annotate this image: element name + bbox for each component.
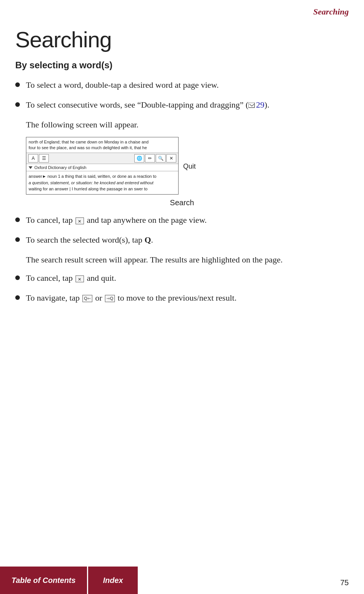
next-search-icon: ⇾Q [105,295,115,302]
list-item: To cancel, tap ✕ and tap anywhere on the… [15,214,349,226]
page-main-title: Searching [15,27,349,52]
list-item: To select consecutive words, see “Double… [15,99,349,111]
bullet-dot [15,237,20,242]
toolbar-btn-search[interactable]: 🔍 [156,154,166,163]
bullet-text: To select consecutive words, see “Double… [26,99,349,111]
bullet2-text-before: To select consecutive words, see “Double… [26,100,248,109]
bullet-dot [15,275,20,280]
table-of-contents-button[interactable]: Table of Contents [0,567,87,594]
following-screen-text: The following screen will appear. [26,119,349,131]
screen-box: north of England; that he came down on M… [26,137,179,195]
page-link[interactable]: 29 [256,100,264,109]
bullet-dot [15,295,20,300]
list-item: To navigate, tap Q⇽ or ⇾Q to move to the… [15,292,349,304]
bullet-text: To search the selected word(s), tap Q. [26,234,349,246]
search-label: Search [170,198,194,207]
list-item: To search the selected word(s), tap Q. [15,234,349,246]
prev-search-icon: Q⇽ [82,295,92,302]
bullet-list-top: To select a word, double-tap a desired w… [15,79,349,111]
screen-preview: north of England; that he came down on M… [26,137,349,195]
search-q-icon: Q [145,235,151,245]
bullet-dot [15,82,20,87]
bullet-text: To navigate, tap Q⇽ or ⇾Q to move to the… [26,292,349,304]
page-number: 75 [340,578,349,587]
toolbar-btn-globe[interactable]: 🌐 [134,154,144,163]
search-label-wrapper: Search [15,198,349,207]
index-button[interactable]: Index [88,567,138,594]
list-item: To select a word, double-tap a desired w… [15,79,349,91]
x-icon: ✕ [76,217,84,224]
bullet-text: To cancel, tap ✕ and tap anywhere on the… [26,214,349,226]
toolbar-btn-a[interactable]: A [28,154,38,163]
bullet-dot [15,217,20,222]
bullet-dot [15,102,20,107]
bullet2-text-after: ). [264,100,269,109]
quit-label: Quit [183,163,196,171]
svg-rect-0 [248,103,254,108]
screen-dict-header: Oxford Dictionary of English [26,164,178,171]
search-result-text: The search result screen will appear. Th… [26,254,349,266]
toolbar-btn-pencil[interactable]: ✏ [145,154,155,163]
bullet-text: To select a word, double-tap a desired w… [26,79,349,91]
header-section-title: Searching [313,7,349,17]
screen-toolbar: A ☰ 🌐 ✏ 🔍 ✕ [26,153,178,164]
screen-dict-body: answer► noun 1 a thing that is said, wri… [26,171,178,194]
toolbar-btn-list[interactable]: ☰ [39,154,49,163]
bottom-bar: Table of Contents Index [0,567,364,594]
triangle-down-icon [29,166,32,169]
bullet-text: To cancel, tap ✕ and quit. [26,272,349,284]
bullet-list-mid: To cancel, tap ✕ and tap anywhere on the… [15,214,349,246]
screen-top-text: north of England; that he came down on M… [26,137,178,153]
x-icon-2: ✕ [76,275,84,282]
list-item: To cancel, tap ✕ and quit. [15,272,349,284]
toolbar-btn-close[interactable]: ✕ [166,154,176,163]
bullet-list-bottom: To cancel, tap ✕ and quit. To navigate, … [15,272,349,304]
section-heading: By selecting a word(s) [15,60,349,71]
arrow-icon [248,103,255,108]
